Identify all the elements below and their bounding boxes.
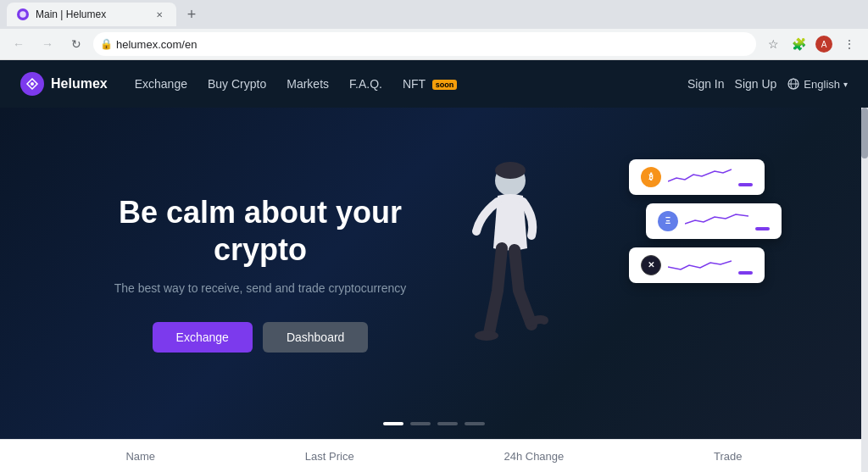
tab-title: Main | Helumex <box>36 8 146 20</box>
btc-card: ₿ <box>629 159 765 195</box>
forward-button[interactable]: → <box>36 32 59 56</box>
navbar: Helumex Exchange Buy Crypto Markets F.A.… <box>0 60 868 108</box>
dot-1[interactable] <box>383 422 403 425</box>
hero-dots <box>383 422 485 425</box>
exchange-button[interactable]: Exchange <box>153 322 253 353</box>
hero-content: Be calm about your crypto The best way t… <box>53 147 815 401</box>
lock-icon: 🔒 <box>100 38 113 50</box>
eth-card: Ξ <box>646 203 782 239</box>
tab-close-button[interactable]: ✕ <box>153 8 166 21</box>
dot-2[interactable] <box>410 422 431 425</box>
language-label: English <box>804 78 840 91</box>
tab-favicon <box>17 8 29 20</box>
back-button[interactable]: ← <box>7 32 31 56</box>
reload-button[interactable]: ↻ <box>64 32 88 56</box>
address-input-wrap[interactable]: 🔒 helumex.com/en <box>93 32 756 56</box>
scrollbar-thumb[interactable] <box>861 108 868 158</box>
nft-badge: soon <box>432 80 458 90</box>
url-display: helumex.com/en <box>116 38 197 51</box>
address-bar: ← → ↻ 🔒 helumex.com/en ☆ 🧩 A ⋮ <box>0 29 868 59</box>
extension-icon[interactable]: 🧩 <box>787 32 810 56</box>
market-table-header: Name Last Price 24h Change Trade <box>0 439 868 472</box>
svg-point-7 <box>475 330 498 341</box>
col-name: Name <box>125 450 155 463</box>
dot-4[interactable] <box>465 422 485 425</box>
logo-icon <box>20 72 44 96</box>
active-tab[interactable]: Main | Helumex ✕ <box>7 3 176 26</box>
nav-link-markets[interactable]: Markets <box>287 77 329 91</box>
hero-illustration: ₿ Ξ <box>434 147 782 401</box>
nav-link-buy-crypto[interactable]: Buy Crypto <box>208 77 266 91</box>
language-chevron-icon: ▾ <box>843 80 848 89</box>
hero-section: Be calm about your crypto The best way t… <box>0 108 868 439</box>
crypto-cards: ₿ Ξ <box>629 159 782 283</box>
hero-text: Be calm about your crypto The best way t… <box>86 194 434 352</box>
nav-link-nft[interactable]: NFT soon <box>403 77 457 91</box>
person-figure <box>459 155 561 375</box>
col-24h-change: 24h Change <box>504 450 564 463</box>
menu-button[interactable]: ⋮ <box>837 32 861 56</box>
new-tab-button[interactable]: + <box>180 3 203 26</box>
btc-icon: ₿ <box>641 167 661 187</box>
nav-links: Exchange Buy Crypto Markets F.A.Q. NFT s… <box>135 77 687 91</box>
btc-info <box>668 166 732 188</box>
col-last-price: Last Price <box>305 450 354 463</box>
col-trade: Trade <box>714 450 742 463</box>
browser-chrome: Main | Helumex ✕ + ← → ↻ 🔒 helumex.com/e… <box>0 0 868 60</box>
profile-button[interactable]: A <box>812 32 836 56</box>
svg-point-6 <box>495 162 526 179</box>
dot-3[interactable] <box>437 422 458 425</box>
logo[interactable]: Helumex <box>20 72 108 96</box>
website: Helumex Exchange Buy Crypto Markets F.A.… <box>0 60 868 472</box>
logo-text: Helumex <box>51 76 108 92</box>
eth-info <box>685 210 748 232</box>
toolbar-right: ☆ 🧩 A ⋮ <box>761 32 861 56</box>
tab-bar: Main | Helumex ✕ + <box>0 0 868 29</box>
xrp-icon: ✕ <box>641 255 661 275</box>
signin-button[interactable]: Sign In <box>687 77 725 91</box>
scrollbar[interactable] <box>861 108 868 472</box>
signup-button[interactable]: Sign Up <box>735 77 777 91</box>
svg-point-0 <box>19 11 26 18</box>
svg-point-1 <box>31 82 34 86</box>
hero-buttons: Exchange Dashboard <box>86 322 434 353</box>
nav-link-faq[interactable]: F.A.Q. <box>349 77 382 91</box>
nav-actions: Sign In Sign Up English ▾ <box>687 77 848 91</box>
dashboard-button[interactable]: Dashboard <box>263 322 369 353</box>
globe-icon <box>787 77 800 91</box>
xrp-card: ✕ <box>629 247 765 283</box>
nav-link-exchange[interactable]: Exchange <box>135 77 187 91</box>
hero-title: Be calm about your crypto <box>86 194 434 267</box>
hero-subtitle: The best way to receive, send and trade … <box>86 281 434 295</box>
bookmark-icon[interactable]: ☆ <box>761 32 785 56</box>
language-selector[interactable]: English ▾ <box>787 77 848 91</box>
eth-icon: Ξ <box>658 211 678 231</box>
xrp-info <box>668 254 732 276</box>
